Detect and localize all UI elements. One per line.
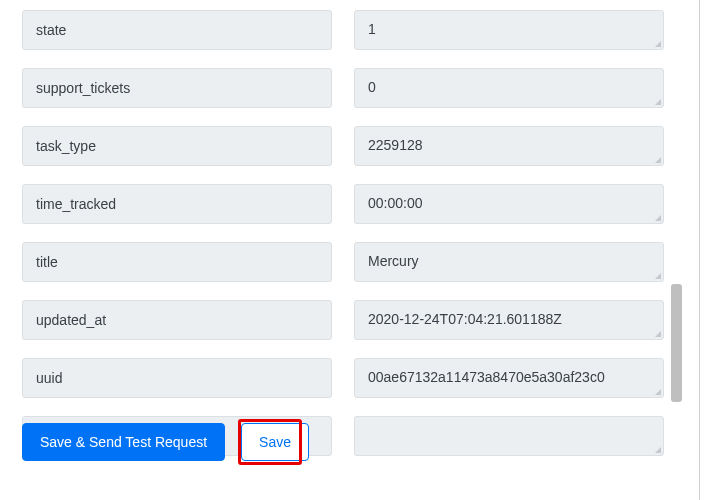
field-value-wrap xyxy=(354,242,664,282)
save-button[interactable]: Save xyxy=(241,423,309,461)
scroll-area: Save & Send Test Request Save xyxy=(0,0,700,500)
field-row xyxy=(22,242,672,282)
field-row xyxy=(22,300,672,340)
field-rows xyxy=(22,10,672,474)
field-key-input[interactable] xyxy=(22,68,332,108)
field-value-wrap xyxy=(354,10,664,50)
field-value-input[interactable] xyxy=(354,358,664,398)
field-row xyxy=(22,358,672,398)
form-panel: Save & Send Test Request Save xyxy=(0,0,700,500)
field-value-input[interactable] xyxy=(354,10,664,50)
field-value-wrap xyxy=(354,184,664,224)
field-key-input[interactable] xyxy=(22,300,332,340)
field-value-input[interactable] xyxy=(354,68,664,108)
field-value-wrap xyxy=(354,68,664,108)
field-value-input[interactable] xyxy=(354,300,664,340)
field-key-input[interactable] xyxy=(22,126,332,166)
field-row xyxy=(22,184,672,224)
scrollbar-thumb[interactable] xyxy=(671,284,682,402)
field-row xyxy=(22,10,672,50)
field-key-input[interactable] xyxy=(22,184,332,224)
field-row xyxy=(22,126,672,166)
field-row xyxy=(22,68,672,108)
save-send-test-button[interactable]: Save & Send Test Request xyxy=(22,423,225,461)
field-key-input[interactable] xyxy=(22,242,332,282)
field-value-wrap xyxy=(354,300,664,340)
field-key-input[interactable] xyxy=(22,358,332,398)
field-value-input[interactable] xyxy=(354,126,664,166)
field-value-wrap xyxy=(354,416,664,456)
field-value-wrap xyxy=(354,358,664,398)
field-key-input[interactable] xyxy=(22,10,332,50)
field-value-input[interactable] xyxy=(354,416,664,456)
field-value-input[interactable] xyxy=(354,184,664,224)
button-bar: Save & Send Test Request Save xyxy=(22,423,309,461)
scrollbar-track[interactable] xyxy=(671,0,682,500)
field-value-wrap xyxy=(354,126,664,166)
field-value-input[interactable] xyxy=(354,242,664,282)
